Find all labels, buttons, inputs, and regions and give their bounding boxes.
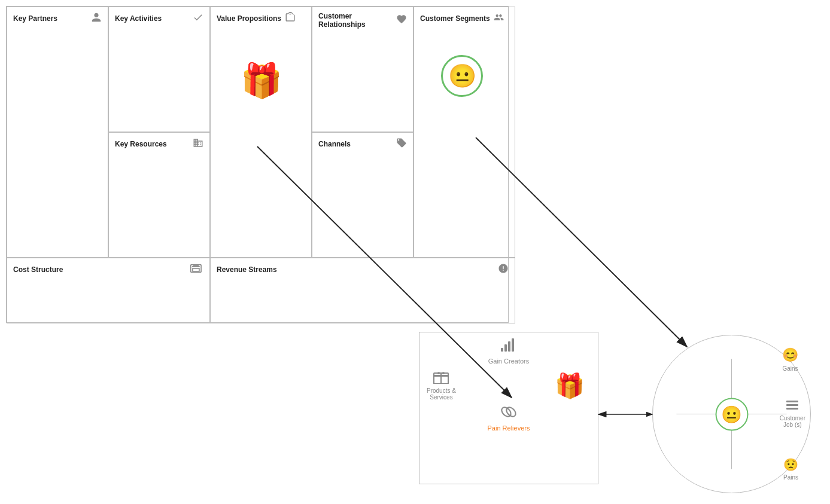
svg-rect-2 bbox=[508, 341, 510, 352]
gains-label: Gains bbox=[782, 365, 798, 372]
svg-rect-1 bbox=[504, 344, 507, 352]
cell-channels[interactable]: Channels bbox=[312, 132, 414, 258]
products-services-label: Products &Services bbox=[427, 387, 456, 401]
customer-jobs-quadrant: CustomerJob (s) bbox=[780, 401, 805, 428]
circle-smiley-face: 😐 bbox=[721, 404, 742, 424]
pains-icon: 😟 bbox=[783, 457, 798, 472]
key-resources-icon bbox=[193, 138, 203, 151]
business-model-canvas: Key Partners Key Activities Value Propos… bbox=[6, 6, 509, 323]
cell-value-propositions[interactable]: Value Propositions 🎁 bbox=[210, 7, 312, 258]
customer-segments-label: Customer Segments bbox=[420, 14, 490, 23]
svg-rect-12 bbox=[786, 408, 798, 410]
value-proposition-map: Gain Creators Products &Services 🎁 bbox=[419, 332, 598, 484]
value-propositions-label: Value Propositions bbox=[217, 14, 281, 23]
pain-relievers-label: Pain Relievers bbox=[419, 424, 598, 432]
key-activities-label: Key Activities bbox=[115, 14, 162, 23]
svg-rect-3 bbox=[512, 338, 514, 352]
customer-jobs-icon bbox=[786, 401, 798, 413]
customer-relationships-icon bbox=[396, 14, 407, 27]
value-propositions-icon bbox=[285, 12, 296, 25]
svg-rect-10 bbox=[786, 401, 798, 402]
customer-relationships-label: Customer Relationships bbox=[318, 12, 393, 29]
cell-customer-segments[interactable]: Customer Segments 😐 bbox=[414, 7, 515, 258]
cell-key-partners[interactable]: Key Partners bbox=[7, 7, 108, 258]
key-partners-icon bbox=[91, 12, 102, 25]
circle-center-smiley: 😐 bbox=[715, 398, 748, 430]
cell-key-activities[interactable]: Key Activities bbox=[108, 7, 210, 132]
customer-segments-smiley: 😐 bbox=[441, 55, 483, 97]
revenue-streams-label: Revenue Streams bbox=[217, 265, 277, 274]
customer-segments-icon bbox=[494, 12, 506, 25]
cell-customer-relationships[interactable]: Customer Relationships bbox=[312, 7, 414, 132]
revenue-streams-icon bbox=[498, 263, 509, 276]
gain-creators-label: Gain Creators bbox=[419, 358, 598, 365]
gain-creators-icon bbox=[419, 337, 598, 355]
channels-icon bbox=[396, 138, 407, 151]
products-services-section: Products &Services bbox=[427, 371, 456, 401]
svg-rect-11 bbox=[786, 404, 798, 406]
gains-quadrant: 😊 Gains bbox=[782, 347, 798, 372]
gains-icon: 😊 bbox=[782, 347, 798, 363]
cost-structure-label: Cost Structure bbox=[13, 265, 63, 274]
key-resources-label: Key Resources bbox=[115, 140, 167, 148]
products-services-icon bbox=[427, 371, 456, 387]
key-partners-label: Key Partners bbox=[13, 14, 57, 23]
customer-circle: 😊 Gains 😟 Pains CustomerJob (s) 😐 bbox=[652, 335, 811, 493]
key-activities-icon bbox=[193, 12, 203, 25]
vpm-gift-icon: 🎁 bbox=[555, 372, 585, 400]
pain-relievers-section: Pain Relievers bbox=[419, 401, 598, 432]
cell-revenue-streams[interactable]: Revenue Streams bbox=[210, 258, 515, 323]
vpm-middle-row: Products &Services 🎁 bbox=[419, 371, 598, 401]
cell-cost-structure[interactable]: Cost Structure bbox=[7, 258, 210, 323]
pain-relievers-icon bbox=[419, 405, 598, 422]
cell-key-resources[interactable]: Key Resources bbox=[108, 132, 210, 258]
svg-rect-0 bbox=[501, 348, 503, 352]
customer-jobs-label: CustomerJob (s) bbox=[780, 415, 805, 428]
cost-structure-icon bbox=[190, 263, 203, 276]
pains-quadrant: 😟 Pains bbox=[783, 457, 798, 481]
pains-label: Pains bbox=[783, 474, 798, 481]
gain-creators-section: Gain Creators bbox=[419, 332, 598, 365]
channels-label: Channels bbox=[318, 140, 351, 148]
value-prop-gift-icon: 🎁 bbox=[241, 61, 282, 100]
